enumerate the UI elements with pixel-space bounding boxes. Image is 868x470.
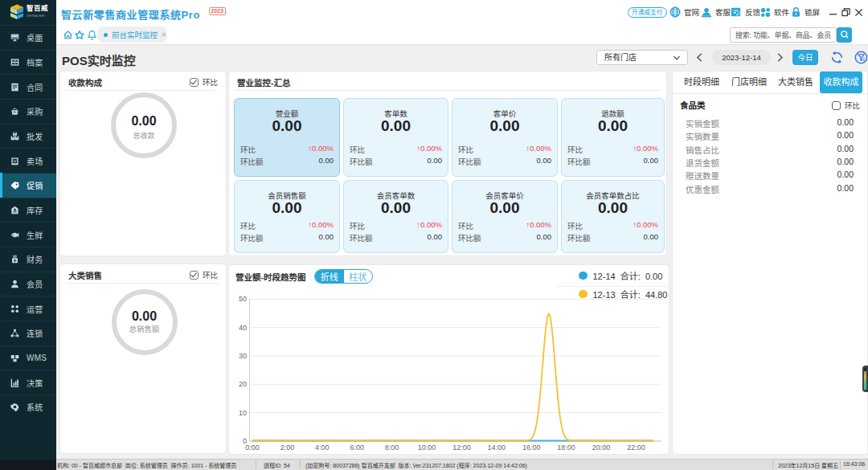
svg-text:16:00: 16:00 xyxy=(522,443,541,452)
svg-text:6:00: 6:00 xyxy=(350,443,364,452)
svg-text:20: 20 xyxy=(239,380,247,388)
svg-text:14:00: 14:00 xyxy=(488,443,506,452)
svg-text:40: 40 xyxy=(239,324,247,332)
svg-text:8:00: 8:00 xyxy=(385,443,399,452)
svg-text:22:00: 22:00 xyxy=(627,443,645,452)
svg-text:0:00: 0:00 xyxy=(245,443,260,452)
svg-text:ZHIBAIWEI: ZHIBAIWEI xyxy=(27,14,46,18)
svg-text:30: 30 xyxy=(239,352,247,360)
svg-text:智百威: 智百威 xyxy=(26,4,48,12)
svg-text:2:00: 2:00 xyxy=(280,443,295,452)
svg-text:50: 50 xyxy=(239,295,247,303)
svg-text:20:00: 20:00 xyxy=(592,443,611,452)
svg-text:10:00: 10:00 xyxy=(418,443,436,452)
svg-text:12:00: 12:00 xyxy=(452,443,471,452)
svg-text:4:00: 4:00 xyxy=(315,443,330,452)
svg-text:10: 10 xyxy=(239,409,247,417)
svg-text:18:00: 18:00 xyxy=(557,443,575,452)
